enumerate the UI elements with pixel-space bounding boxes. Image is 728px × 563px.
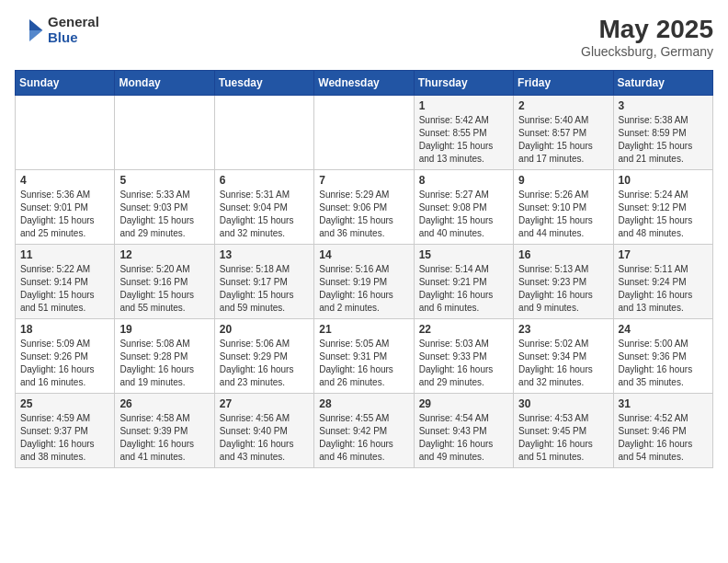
calendar-header: SundayMondayTuesdayWednesdayThursdayFrid… (16, 71, 713, 96)
day-info: Sunrise: 5:18 AMSunset: 9:17 PMDaylight:… (220, 263, 309, 315)
calendar-cell: 23Sunrise: 5:02 AMSunset: 9:34 PMDayligh… (514, 319, 613, 394)
svg-marker-1 (29, 30, 42, 41)
calendar-cell: 22Sunrise: 5:03 AMSunset: 9:33 PMDayligh… (414, 319, 513, 394)
day-info: Sunrise: 5:13 AMSunset: 9:23 PMDaylight:… (518, 263, 608, 315)
calendar-cell: 31Sunrise: 4:52 AMSunset: 9:46 PMDayligh… (613, 394, 712, 468)
day-number: 31 (619, 397, 708, 410)
day-info: Sunrise: 5:06 AMSunset: 9:29 PMDaylight:… (220, 338, 309, 389)
calendar-week-1: 1Sunrise: 5:42 AMSunset: 8:55 PMDaylight… (16, 96, 713, 170)
day-number: 23 (518, 323, 608, 336)
day-number: 6 (220, 174, 309, 187)
day-info: Sunrise: 5:38 AMSunset: 8:59 PMDaylight:… (619, 114, 708, 166)
day-number: 22 (419, 323, 508, 336)
day-number: 9 (518, 174, 608, 187)
day-info: Sunrise: 4:53 AMSunset: 9:45 PMDaylight:… (518, 412, 608, 464)
weekday-header-wednesday: Wednesday (314, 71, 414, 96)
day-info: Sunrise: 5:24 AMSunset: 9:12 PMDaylight:… (619, 189, 708, 240)
calendar-cell: 10Sunrise: 5:24 AMSunset: 9:12 PMDayligh… (613, 170, 712, 245)
calendar-body: 1Sunrise: 5:42 AMSunset: 8:55 PMDaylight… (16, 96, 713, 468)
day-number: 21 (319, 323, 408, 336)
day-info: Sunrise: 5:42 AMSunset: 8:55 PMDaylight:… (419, 114, 508, 166)
calendar-cell (214, 96, 313, 170)
calendar-cell: 8Sunrise: 5:27 AMSunset: 9:08 PMDaylight… (414, 170, 513, 245)
day-number: 16 (518, 248, 608, 261)
calendar-cell: 14Sunrise: 5:16 AMSunset: 9:19 PMDayligh… (314, 245, 414, 319)
calendar-cell: 19Sunrise: 5:08 AMSunset: 9:28 PMDayligh… (115, 319, 214, 394)
calendar-cell: 20Sunrise: 5:06 AMSunset: 9:29 PMDayligh… (214, 319, 313, 394)
calendar-cell: 30Sunrise: 4:53 AMSunset: 9:45 PMDayligh… (514, 394, 613, 468)
weekday-header-tuesday: Tuesday (214, 71, 313, 96)
calendar-cell: 7Sunrise: 5:29 AMSunset: 9:06 PMDaylight… (314, 170, 414, 245)
day-number: 8 (419, 174, 508, 187)
calendar-week-4: 18Sunrise: 5:09 AMSunset: 9:26 PMDayligh… (16, 319, 713, 394)
day-info: Sunrise: 5:29 AMSunset: 9:06 PMDaylight:… (319, 189, 408, 240)
calendar-cell: 2Sunrise: 5:40 AMSunset: 8:57 PMDaylight… (514, 96, 613, 170)
day-number: 29 (419, 397, 508, 410)
calendar-cell: 24Sunrise: 5:00 AMSunset: 9:36 PMDayligh… (613, 319, 712, 394)
weekday-header-thursday: Thursday (414, 71, 513, 96)
calendar-cell: 17Sunrise: 5:11 AMSunset: 9:24 PMDayligh… (613, 245, 712, 319)
day-number: 3 (619, 99, 708, 112)
day-info: Sunrise: 5:16 AMSunset: 9:19 PMDaylight:… (319, 263, 408, 315)
calendar-cell: 11Sunrise: 5:22 AMSunset: 9:14 PMDayligh… (16, 245, 115, 319)
day-info: Sunrise: 5:36 AMSunset: 9:01 PMDaylight:… (20, 189, 109, 240)
day-info: Sunrise: 5:08 AMSunset: 9:28 PMDaylight:… (119, 338, 209, 389)
calendar-cell: 5Sunrise: 5:33 AMSunset: 9:03 PMDaylight… (115, 170, 214, 245)
weekday-header-friday: Friday (514, 71, 613, 96)
calendar-cell: 16Sunrise: 5:13 AMSunset: 9:23 PMDayligh… (514, 245, 613, 319)
day-number: 2 (518, 99, 608, 112)
weekday-header-saturday: Saturday (613, 71, 712, 96)
calendar-week-2: 4Sunrise: 5:36 AMSunset: 9:01 PMDaylight… (16, 170, 713, 245)
svg-marker-0 (29, 19, 42, 30)
day-number: 17 (619, 248, 708, 261)
month-year-title: May 2025 (581, 15, 713, 44)
day-info: Sunrise: 4:59 AMSunset: 9:37 PMDaylight:… (20, 412, 109, 464)
day-info: Sunrise: 5:05 AMSunset: 9:31 PMDaylight:… (319, 338, 408, 389)
day-info: Sunrise: 4:58 AMSunset: 9:39 PMDaylight:… (119, 412, 209, 464)
day-info: Sunrise: 5:26 AMSunset: 9:10 PMDaylight:… (518, 189, 608, 240)
calendar-table: SundayMondayTuesdayWednesdayThursdayFrid… (15, 70, 713, 468)
day-info: Sunrise: 5:27 AMSunset: 9:08 PMDaylight:… (419, 189, 508, 240)
calendar-cell: 6Sunrise: 5:31 AMSunset: 9:04 PMDaylight… (214, 170, 313, 245)
day-number: 7 (319, 174, 408, 187)
day-info: Sunrise: 4:55 AMSunset: 9:42 PMDaylight:… (319, 412, 408, 464)
weekday-header-sunday: Sunday (16, 71, 115, 96)
calendar-cell: 29Sunrise: 4:54 AMSunset: 9:43 PMDayligh… (414, 394, 513, 468)
day-info: Sunrise: 5:31 AMSunset: 9:04 PMDaylight:… (220, 189, 309, 240)
day-info: Sunrise: 4:52 AMSunset: 9:46 PMDaylight:… (619, 412, 708, 464)
day-number: 28 (319, 397, 408, 410)
day-number: 12 (119, 248, 209, 261)
calendar-cell: 9Sunrise: 5:26 AMSunset: 9:10 PMDaylight… (514, 170, 613, 245)
day-number: 30 (518, 397, 608, 410)
calendar-cell: 3Sunrise: 5:38 AMSunset: 8:59 PMDaylight… (613, 96, 712, 170)
calendar-week-5: 25Sunrise: 4:59 AMSunset: 9:37 PMDayligh… (16, 394, 713, 468)
day-info: Sunrise: 5:40 AMSunset: 8:57 PMDaylight:… (518, 114, 608, 166)
logo-general: General (48, 15, 99, 30)
day-number: 13 (220, 248, 309, 261)
day-number: 25 (20, 397, 109, 410)
calendar-cell (16, 96, 115, 170)
day-info: Sunrise: 5:33 AMSunset: 9:03 PMDaylight:… (119, 189, 209, 240)
day-number: 20 (220, 323, 309, 336)
day-info: Sunrise: 5:03 AMSunset: 9:33 PMDaylight:… (419, 338, 508, 389)
calendar-week-3: 11Sunrise: 5:22 AMSunset: 9:14 PMDayligh… (16, 245, 713, 319)
day-number: 15 (419, 248, 508, 261)
logo: General Blue (15, 15, 99, 45)
calendar-cell: 4Sunrise: 5:36 AMSunset: 9:01 PMDaylight… (16, 170, 115, 245)
logo-text: General Blue (48, 15, 99, 45)
calendar-cell: 13Sunrise: 5:18 AMSunset: 9:17 PMDayligh… (214, 245, 313, 319)
weekday-row: SundayMondayTuesdayWednesdayThursdayFrid… (16, 71, 713, 96)
day-info: Sunrise: 5:11 AMSunset: 9:24 PMDaylight:… (619, 263, 708, 315)
location-subtitle: Gluecksburg, Germany (581, 44, 713, 59)
day-info: Sunrise: 5:09 AMSunset: 9:26 PMDaylight:… (20, 338, 109, 389)
day-number: 24 (619, 323, 708, 336)
calendar-cell: 21Sunrise: 5:05 AMSunset: 9:31 PMDayligh… (314, 319, 414, 394)
calendar-cell: 27Sunrise: 4:56 AMSunset: 9:40 PMDayligh… (214, 394, 313, 468)
calendar-cell: 25Sunrise: 4:59 AMSunset: 9:37 PMDayligh… (16, 394, 115, 468)
day-number: 18 (20, 323, 109, 336)
day-info: Sunrise: 5:22 AMSunset: 9:14 PMDaylight:… (20, 263, 109, 315)
day-number: 5 (119, 174, 209, 187)
day-info: Sunrise: 4:54 AMSunset: 9:43 PMDaylight:… (419, 412, 508, 464)
page-header: General Blue May 2025 Gluecksburg, Germa… (15, 15, 713, 59)
day-number: 26 (119, 397, 209, 410)
